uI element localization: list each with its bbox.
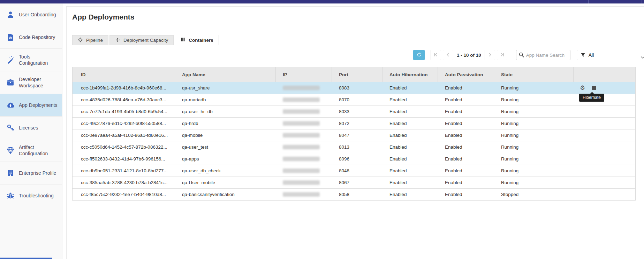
sidebar-bottom-indicator (0, 258, 52, 259)
cell-ip (276, 189, 332, 200)
cell-auto-passivation: Enabled (438, 82, 494, 94)
cell-app-name: qa-basicsanityverification (175, 189, 276, 200)
sidebar-item-tools-configuration[interactable]: Tools Configuration (0, 49, 62, 71)
cell-ip (276, 118, 332, 129)
columns-icon (180, 37, 185, 43)
table-row[interactable]: ccc-f85c75c2-9232-4ee7-b404-9810a8... qa… (73, 188, 635, 200)
sidebar-item-label: Developer Workspace (19, 76, 59, 89)
previous-page-button[interactable] (443, 50, 453, 60)
column-header-actions (574, 67, 635, 82)
cell-app-name: qa-user_hr_db (175, 106, 276, 117)
table-row[interactable]: ccc-385aa5ab-3788-4230-b78a-b2841c... qa… (73, 176, 635, 188)
cell-auto-passivation: Enabled (438, 189, 494, 200)
cell-ip (276, 153, 332, 165)
first-page-icon (433, 52, 439, 58)
table-row[interactable]: ccc-1b499fa1-2d98-416b-8c4b-960e68... qa… (73, 82, 635, 94)
cell-port: 8096 (332, 153, 382, 165)
cell-id: ccc-385aa5ab-3788-4230-b78a-b2841c... (73, 177, 175, 188)
sidebar-item-label: Enterprise Profile (19, 170, 59, 176)
topbar-divider (642, 0, 642, 3)
filter-selected-value: All (589, 52, 594, 58)
table-row[interactable]: ccc-7e72c1da-4193-4b05-b8d0-6b9c54... qa… (73, 105, 635, 117)
column-header-state: State (494, 67, 574, 82)
cell-actions (574, 106, 635, 117)
table-row[interactable]: ccc-4835d026-788f-46ea-a76d-30aac3... qa… (73, 94, 635, 105)
sidebar-item-label: Artifact Configuration (19, 144, 59, 157)
cell-port: 8058 (332, 189, 382, 200)
tab-pipeline[interactable]: Pipeline (72, 35, 108, 45)
hibernate-tooltip: Hibernate (579, 94, 604, 102)
cell-port: 8048 (332, 165, 382, 176)
sidebar-item-label: Licenses (19, 125, 59, 131)
cell-auto-passivation: Enabled (438, 94, 494, 105)
tab-containers[interactable]: Containers (175, 35, 219, 45)
cell-app-name: qa-User_mobile (175, 177, 276, 188)
sidebar-item-troubleshooting[interactable]: Troubleshooting (0, 185, 62, 207)
column-header-id: ID (73, 67, 175, 82)
cell-id: ccc-ff502633-8432-41d4-97b6-996156... (73, 153, 175, 165)
tab-label: Containers (189, 38, 213, 43)
sidebar-item-user-onboarding[interactable]: User Onboarding (0, 3, 62, 26)
column-header-ip: IP (276, 67, 332, 82)
top-navy-bar (0, 0, 644, 3)
settings-gear-icon[interactable]: ⚙ (580, 85, 585, 91)
cell-id: ccc-1b499fa1-2d98-416b-8c4b-960e68... (73, 82, 175, 94)
next-page-icon (487, 52, 493, 58)
sidebar-item-licenses[interactable]: Licenses (0, 117, 62, 139)
cell-auto-hibernation: Enabled (382, 153, 438, 165)
cell-ip (276, 94, 332, 105)
cell-app-name: qa-usr_share (175, 82, 276, 94)
first-page-button[interactable] (431, 50, 441, 60)
cell-auto-hibernation: Enabled (382, 177, 438, 188)
cloud-upload-icon (6, 101, 15, 110)
sidebar-item-artifact-configuration[interactable]: Artifact Configuration (0, 139, 62, 162)
cell-id: ccc-c5050d64-1452-4c57-872b-086322... (73, 141, 175, 153)
cell-ip (276, 106, 332, 117)
cell-auto-passivation: Enabled (438, 165, 494, 176)
sidebar-item-app-deployments[interactable]: App Deployments (0, 94, 62, 117)
cell-ip (276, 165, 332, 176)
cell-app-name: qa-hrdb (175, 118, 276, 129)
sidebar-item-code-repository[interactable]: Code Repository (0, 26, 62, 49)
cell-port: 8013 (332, 141, 382, 153)
cell-app-name: qa-user_db_check (175, 165, 276, 176)
table-row[interactable]: ccc-c5050d64-1452-4c57-872b-086322... qa… (73, 141, 635, 153)
cell-app-name: qa-user_test (175, 141, 276, 153)
hibernate-stop-icon[interactable] (592, 86, 596, 90)
cell-port: 8033 (332, 106, 382, 117)
table-row[interactable]: ccc-0e97aea4-a5af-4102-86a1-fd60e16... q… (73, 129, 635, 141)
cell-state: Running (494, 118, 574, 129)
filter-dropdown[interactable]: All (577, 50, 644, 60)
tab-label: Deployment Capacity (123, 38, 168, 43)
table-row[interactable]: ccc-49c27876-ed1c-4292-b0f8-550588... qa… (73, 117, 635, 129)
sidebar-item-label: Tools Configuration (19, 54, 59, 66)
cell-auto-hibernation: Enabled (382, 165, 438, 176)
previous-page-icon (445, 52, 451, 58)
tab-deployment-capacity[interactable]: Deployment Capacity (109, 35, 174, 45)
refresh-button[interactable] (413, 50, 425, 60)
cell-actions (574, 153, 635, 165)
tab-label: Pipeline (86, 38, 103, 43)
sidebar: User Onboarding Code Repository Tools Co… (0, 3, 62, 259)
cell-ip (276, 130, 332, 141)
table-row[interactable]: ccc-db9be051-2331-4121-8c10-8bd277... qa… (73, 165, 635, 176)
sidebar-item-label: Troubleshooting (19, 193, 59, 199)
cell-actions (574, 177, 635, 188)
column-header-port: Port (332, 67, 382, 82)
redacted-ip-value (283, 97, 320, 102)
cell-app-name: qa-apps (175, 153, 276, 165)
table-row[interactable]: ccc-ff502633-8432-41d4-97b6-996156... qa… (73, 153, 635, 165)
column-header-auto-passivation: Auto Passivation (438, 67, 494, 82)
sidebar-item-label: Code Repository (19, 34, 59, 40)
last-page-button[interactable] (497, 50, 507, 60)
cell-port: 8047 (332, 130, 382, 141)
sidebar-item-developer-workspace[interactable]: Developer Workspace (0, 71, 62, 94)
next-page-button[interactable] (485, 50, 495, 60)
sidebar-item-enterprise-profile[interactable]: Enterprise Profile (0, 162, 62, 185)
cell-state: Running (494, 165, 574, 176)
cell-actions (574, 165, 635, 176)
cell-ip (276, 177, 332, 188)
cell-id: ccc-db9be051-2331-4121-8c10-8bd277... (73, 165, 175, 176)
magic-wand-icon (6, 55, 15, 64)
cell-auto-passivation: Enabled (438, 177, 494, 188)
